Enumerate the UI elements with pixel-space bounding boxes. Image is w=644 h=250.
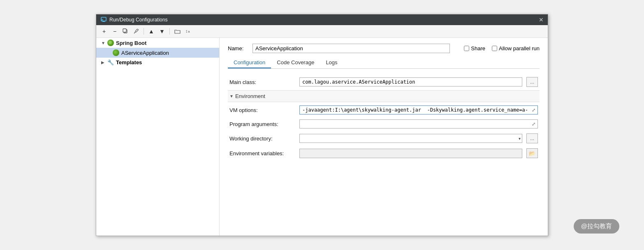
program-args-input-wrap: ⤢	[299, 119, 538, 129]
down-button[interactable]: ▼	[158, 27, 167, 36]
env-vars-folder-button[interactable]: 📂	[526, 148, 538, 158]
main-class-input[interactable]	[299, 77, 522, 86]
svg-line-6	[134, 32, 135, 33]
folder-button[interactable]	[173, 27, 182, 36]
share-checkbox[interactable]	[464, 46, 469, 51]
name-and-share-row: Name: Share Allow parallel run	[228, 44, 540, 53]
up-button[interactable]: ▲	[147, 27, 156, 36]
environment-label: Environment	[235, 93, 265, 99]
env-folder-icon: 📂	[529, 150, 535, 157]
app-item-label: AServiceApplication	[121, 50, 169, 56]
tab-code-coverage[interactable]: Code Coverage	[271, 57, 320, 68]
wrench-icon: 🔧	[107, 59, 114, 65]
parallel-checkbox[interactable]	[492, 46, 497, 51]
watermark: @拉勾教育	[574, 219, 619, 234]
svg-rect-5	[123, 29, 126, 32]
title-bar-left: Run/Debug Configurations	[100, 16, 167, 23]
working-dir-label: Working directory:	[229, 136, 295, 142]
close-button[interactable]: ✕	[539, 17, 544, 23]
dialog-title: Run/Debug Configurations	[109, 17, 167, 23]
vm-options-input[interactable]	[299, 105, 538, 114]
parallel-checkbox-group: Allow parallel run	[492, 45, 540, 51]
program-args-row: Program arguments: ⤢	[228, 117, 540, 131]
tabs-bar: Configuration Code Coverage Logs	[228, 57, 540, 69]
env-vars-row: Environment variables: 📂	[228, 146, 540, 161]
main-class-row: Main class: ...	[228, 75, 540, 89]
dialog-icon	[100, 16, 107, 23]
copy-icon	[123, 28, 128, 34]
environment-section[interactable]: ▼ Environment	[228, 90, 540, 102]
share-checkbox-group: Share	[464, 45, 485, 51]
env-vars-input[interactable]	[299, 149, 522, 158]
main-class-input-wrap	[299, 77, 522, 86]
environment-chevron: ▼	[229, 94, 234, 98]
vm-options-row: VM options: ⤢	[228, 103, 540, 117]
tree-templates[interactable]: ▶ 🔧 Templates	[96, 58, 219, 67]
run-debug-dialog: Run/Debug Configurations ✕ + − ▲ ▼	[96, 14, 548, 236]
working-dir-input[interactable]	[299, 134, 522, 143]
tree-spring-boot[interactable]: ▼ Spring Boot	[96, 38, 219, 48]
main-class-browse-button[interactable]: ...	[526, 77, 538, 87]
working-dir-browse-button[interactable]: ...	[526, 133, 538, 143]
tab-configuration[interactable]: Configuration	[228, 57, 271, 68]
remove-button[interactable]: −	[110, 27, 119, 36]
working-dir-select-wrap: ▾	[299, 134, 522, 143]
sort-icon: ↕ a	[185, 28, 190, 34]
folder-icon	[174, 29, 181, 34]
toolbar: + − ▲ ▼ ↕ a	[96, 25, 548, 38]
config-area: Main class: ... ▼ Environment VM options…	[228, 75, 540, 161]
working-dir-row: Working directory: ▾ ...	[228, 131, 540, 146]
templates-label: Templates	[116, 59, 142, 65]
springboot-label: Spring Boot	[116, 40, 146, 46]
parallel-label: Allow parallel run	[499, 45, 540, 51]
wrench-icon	[133, 28, 139, 34]
left-panel: ▼ Spring Boot AServiceApplication ▶ 🔧 Te…	[96, 38, 220, 236]
program-args-expand-button[interactable]: ⤢	[529, 119, 538, 129]
springboot-chevron: ▼	[101, 41, 105, 45]
env-vars-label: Environment variables:	[229, 150, 295, 157]
main-content: ▼ Spring Boot AServiceApplication ▶ 🔧 Te…	[96, 38, 548, 236]
edit-button[interactable]	[132, 27, 141, 36]
sort-button[interactable]: ↕ a	[183, 27, 192, 36]
share-row: Share Allow parallel run	[464, 45, 540, 51]
share-label: Share	[471, 45, 485, 51]
tab-logs[interactable]: Logs	[320, 57, 343, 68]
program-args-label: Program arguments:	[229, 121, 295, 127]
templates-chevron: ▶	[101, 60, 105, 65]
svg-text:↕: ↕	[185, 28, 188, 33]
copy-button[interactable]	[121, 27, 130, 36]
toolbar-separator-2	[169, 28, 170, 35]
vm-options-input-wrap: ⤢	[299, 105, 538, 114]
program-args-input[interactable]	[299, 119, 538, 129]
add-button[interactable]: +	[100, 27, 109, 36]
main-class-label: Main class:	[229, 79, 295, 85]
right-panel: Name: Share Allow parallel run Configu	[220, 38, 548, 236]
vm-options-label: VM options:	[229, 107, 295, 113]
name-input[interactable]	[253, 44, 450, 53]
svg-text:a: a	[188, 30, 190, 33]
toolbar-separator	[144, 28, 144, 35]
name-label: Name:	[228, 45, 248, 51]
tree-app-item[interactable]: AServiceApplication	[96, 48, 219, 58]
vm-options-expand-button[interactable]: ⤢	[529, 105, 538, 114]
svg-rect-1	[102, 21, 105, 22]
app-icon	[113, 49, 119, 56]
springboot-icon	[107, 40, 114, 46]
title-bar: Run/Debug Configurations ✕	[96, 14, 548, 25]
